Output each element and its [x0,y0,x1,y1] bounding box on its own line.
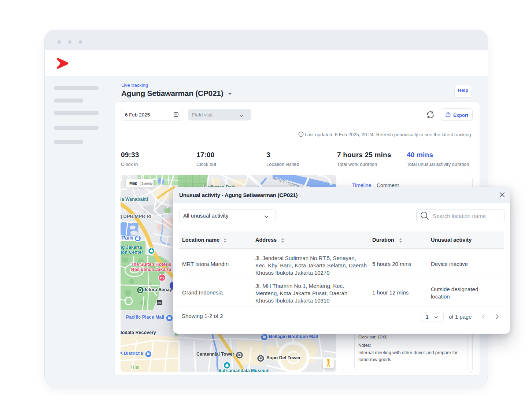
svg-text:ATM: ATM [158,302,161,304]
